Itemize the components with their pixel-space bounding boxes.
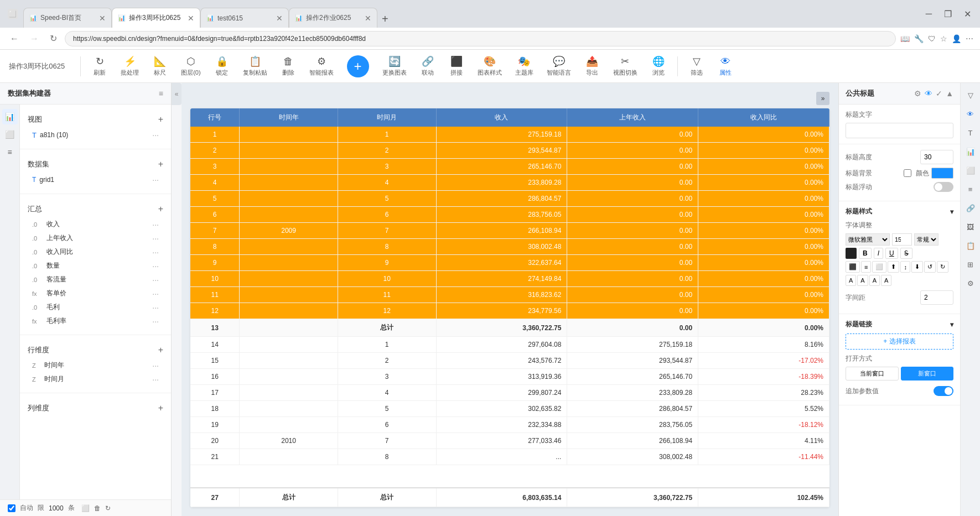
align-top-button[interactable]: ⬆ — [888, 261, 899, 273]
align-center-button[interactable]: ≡ — [861, 261, 871, 273]
summary-income[interactable]: .0 收入 ··· — [28, 217, 163, 231]
align-bottom-button[interactable]: ⬇ — [911, 261, 923, 273]
forward-button[interactable]: → — [27, 33, 42, 45]
filter-button[interactable]: ▽ 筛选 — [685, 53, 709, 79]
export-button[interactable]: 📤 导出 — [580, 53, 604, 79]
params-toggle[interactable] — [934, 386, 953, 396]
font-style-1[interactable]: A — [846, 275, 856, 286]
font-style-4[interactable]: A — [881, 275, 891, 286]
copy-paste-button[interactable]: 📋 复制粘贴 — [238, 53, 272, 79]
filter-list-icon[interactable]: ≡ — [159, 89, 163, 98]
smart-lang-button[interactable]: 💬 智能语言 — [542, 53, 575, 79]
dataset-add-button[interactable]: + — [158, 159, 163, 169]
delete-button[interactable]: 🗑 删除 — [276, 54, 300, 79]
collapse-left-button[interactable]: « — [172, 83, 182, 105]
summary-more-5[interactable]: ··· — [152, 289, 159, 298]
collapse-right-button[interactable]: » — [816, 92, 829, 105]
bold-button[interactable]: B — [859, 248, 872, 259]
font-size-input[interactable] — [892, 233, 912, 246]
font-family-select[interactable]: 微软雅黑 — [846, 233, 890, 246]
select-report-button[interactable]: + 选择报表 — [846, 333, 953, 350]
tab-operation2[interactable]: 📊 操作2作业0625 ✕ — [289, 8, 377, 28]
theme-button[interactable]: 🎭 主题库 — [511, 53, 538, 79]
rs-text-icon[interactable]: T — [963, 125, 978, 140]
rs-filter-icon[interactable]: ▽ — [963, 87, 978, 103]
layer-button[interactable]: ⬡ 图层(0) — [177, 53, 205, 79]
underline-button[interactable]: U — [885, 248, 898, 259]
open-new-button[interactable]: 新窗口 — [901, 367, 954, 381]
tab-speedbi[interactable]: 📊 Speed-BI首页 ✕ — [23, 8, 112, 28]
refresh-icon-footer[interactable]: ↻ — [105, 504, 111, 512]
tab-close-speedbi[interactable]: ✕ — [99, 14, 106, 23]
font-color-swatch[interactable] — [846, 248, 857, 259]
rp-settings-icon[interactable]: ⚙ — [914, 89, 921, 98]
row-dim-add-button[interactable]: + — [158, 345, 163, 355]
rs-data-icon[interactable]: 📋 — [963, 238, 978, 253]
font-style-2[interactable]: A — [857, 275, 868, 286]
extension-icon[interactable]: 🔧 — [914, 34, 924, 43]
summary-more-3[interactable]: ··· — [152, 262, 159, 270]
rp-eye-icon[interactable]: 👁 — [925, 89, 932, 98]
chart-style-button[interactable]: 🎨 图表样式 — [473, 53, 506, 79]
rs-properties-icon[interactable]: 👁 — [963, 106, 978, 122]
smart-chart-button[interactable]: ⚙ 智能报表 — [305, 53, 338, 79]
more-icon[interactable]: ⋯ — [966, 34, 973, 43]
title-height-input[interactable] — [920, 150, 953, 164]
rp-expand-icon[interactable]: ▲ — [946, 89, 953, 98]
new-tab-button[interactable]: + — [377, 11, 393, 28]
rs-settings2-icon[interactable]: ⚙ — [963, 275, 978, 291]
view-item-more[interactable]: ··· — [152, 131, 159, 139]
summary-gross-rate[interactable]: fx 毛利率 ··· — [28, 314, 163, 328]
sidenav-data-icon[interactable]: 📊 — [2, 109, 18, 124]
italic-button[interactable]: I — [874, 248, 883, 259]
refresh-nav-button[interactable]: ↻ — [46, 32, 60, 45]
summary-gross[interactable]: .0 毛利 ··· — [28, 300, 163, 314]
view-cut-button[interactable]: ✂ 视图切换 — [609, 53, 642, 79]
dim-month[interactable]: Z 时间月 ··· — [28, 372, 163, 386]
summary-quantity[interactable]: .0 数量 ··· — [28, 259, 163, 273]
dataset-more[interactable]: ··· — [152, 175, 159, 184]
minimize-button[interactable]: ─ — [921, 8, 936, 20]
close-button[interactable]: ✕ — [960, 8, 976, 20]
title-style-header[interactable]: 标题样式 ▾ — [846, 207, 953, 216]
shield-icon[interactable]: 🛡 — [928, 34, 936, 43]
col-dim-add-button[interactable]: + — [158, 403, 163, 413]
sidenav-list-icon[interactable]: ≡ — [2, 144, 18, 160]
summary-more-7[interactable]: ··· — [152, 317, 159, 326]
title-float-toggle[interactable] — [934, 182, 953, 192]
summary-more-1[interactable]: ··· — [152, 234, 159, 243]
refresh-toolbar-button[interactable]: ↻ 刷新 — [87, 53, 112, 79]
change-chart-button[interactable]: 🔄 更换图表 — [378, 53, 411, 79]
strikethrough-button[interactable]: S̶ — [900, 248, 912, 259]
auto-checkbox[interactable] — [8, 504, 15, 512]
rs-list-icon[interactable]: ≡ — [963, 181, 978, 197]
marker-button[interactable]: 📐 标尺 — [148, 53, 172, 79]
rs-grid-icon[interactable]: ⊞ — [963, 257, 978, 272]
back-button[interactable]: ← — [7, 33, 22, 45]
tab-close-op2[interactable]: ✕ — [365, 14, 371, 23]
summary-more-6[interactable]: ··· — [152, 303, 159, 312]
address-input[interactable] — [65, 31, 896, 46]
table-wrapper[interactable]: 行号 时间年 时间月 收入 上年收入 收入同比 11275,159.180.00… — [190, 108, 829, 487]
view-item-a81h[interactable]: T a81h (10) ··· — [28, 128, 163, 142]
summary-last-income[interactable]: .0 上年收入 ··· — [28, 231, 163, 245]
add-button[interactable]: + — [347, 55, 369, 77]
tab-test0615[interactable]: 📊 test0615 ✕ — [200, 8, 289, 28]
link-button[interactable]: 🔗 联动 — [416, 53, 440, 79]
title-bg-checkbox[interactable] — [904, 169, 911, 177]
star-icon[interactable]: ☆ — [940, 34, 947, 43]
summary-add-button[interactable]: + — [158, 204, 163, 214]
lock-button[interactable]: 🔒 锁定 — [210, 53, 234, 79]
rs-image-icon[interactable]: 🖼 — [963, 219, 978, 234]
tab-close-test[interactable]: ✕ — [276, 14, 283, 23]
title-link-header[interactable]: 标题链接 ▾ — [846, 320, 953, 329]
align-left-button[interactable]: ⬛ — [846, 261, 860, 273]
summary-more-4[interactable]: ··· — [152, 275, 159, 284]
copy-icon-footer[interactable]: ⬜ — [81, 504, 90, 512]
rs-link-icon[interactable]: 🔗 — [963, 200, 978, 216]
align-right-button[interactable]: ⬜ — [872, 261, 886, 273]
browse-button[interactable]: 🌐 浏览 — [646, 53, 671, 79]
combine-button[interactable]: ⬛ 拼接 — [444, 53, 469, 79]
tab-operation3[interactable]: 📊 操作3周环比0625 ✕ — [112, 8, 200, 28]
properties-button[interactable]: 👁 属性 — [713, 54, 738, 79]
